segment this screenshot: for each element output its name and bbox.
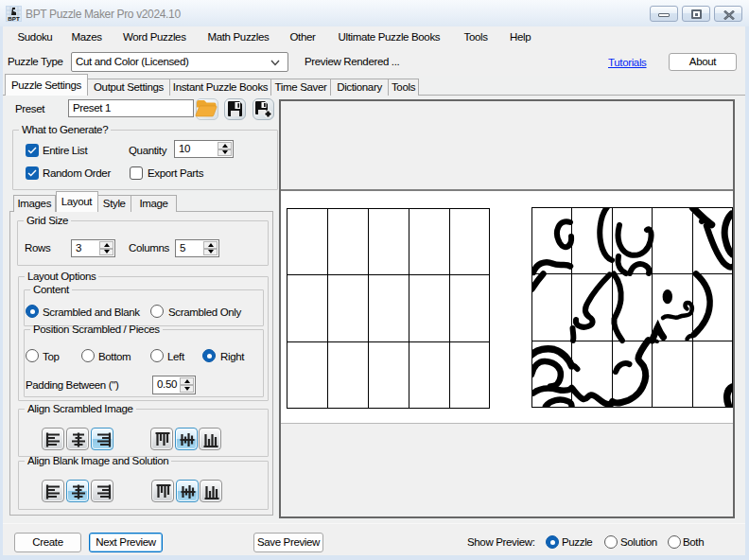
svg-text:BPT: BPT xyxy=(8,15,20,22)
